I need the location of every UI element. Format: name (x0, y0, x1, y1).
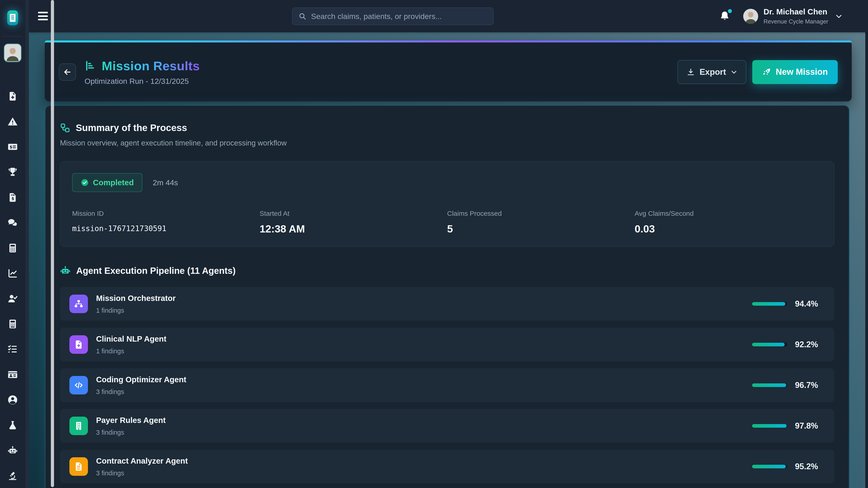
calculator-alt-icon (7, 319, 18, 329)
agent-name: Coding Optimizer Agent (96, 375, 186, 384)
agent-icon-tile (69, 417, 88, 435)
back-button[interactable] (59, 64, 76, 80)
agent-name: Payer Rules Agent (96, 416, 166, 425)
agent-row-mission-orchestrator[interactable]: Mission Orchestrator 1 findings 94.4% (60, 287, 834, 321)
agent-row-coding-optimizer[interactable]: Coding Optimizer Agent 3 findings 96.7% (60, 368, 834, 402)
agent-icon-tile (69, 457, 88, 476)
code-icon (74, 380, 84, 390)
stat-avg-claims-second: Avg Claims/Second 0.03 (635, 210, 822, 235)
robot-icon (60, 265, 71, 276)
avatar-photo (743, 9, 758, 24)
stat-mission-id: Mission ID mission-1767121730591 (72, 210, 260, 235)
confidence-bar-track (752, 465, 787, 468)
arrow-left-icon (63, 68, 72, 76)
agent-name: Contract Analyzer Agent (96, 456, 188, 465)
agent-icon-tile (69, 376, 88, 394)
trophy-icon (7, 167, 18, 177)
page-subtitle: Optimization Run - 12/31/2025 (85, 77, 200, 86)
sidebar-item-ai-agents[interactable] (0, 440, 25, 461)
svg-text:$: $ (11, 196, 14, 201)
circle-user-icon (7, 395, 18, 405)
confidence-bar-track (752, 343, 787, 346)
user-check-icon (7, 293, 18, 304)
check-circle-icon (81, 178, 89, 187)
menu-toggle-button[interactable] (38, 12, 48, 20)
sidebar-item-lab[interactable] (0, 414, 25, 436)
new-mission-button[interactable]: New Mission (752, 60, 838, 84)
confidence-bar-track (752, 424, 787, 428)
user-info: Dr. Michael Chen Revenue Cycle Manager (764, 7, 828, 25)
search-icon (298, 12, 307, 20)
user-name: Dr. Michael Chen (764, 7, 828, 16)
sidebar-item-analytics[interactable] (0, 263, 25, 284)
file-medical-icon (74, 339, 84, 350)
sidebar-item-achievements[interactable] (0, 161, 25, 183)
confidence-bar-track (752, 383, 787, 387)
agent-row-contract-analyzer[interactable]: Contract Analyzer Agent 3 findings 95.2% (60, 450, 834, 484)
sidebar-item-invoices[interactable]: $ (0, 187, 25, 208)
file-medical-icon (7, 91, 18, 101)
app-logo[interactable] (7, 10, 18, 25)
user-avatar[interactable] (743, 9, 758, 24)
page-scrollbar-gutter[interactable] (865, 32, 868, 488)
calculator-icon (7, 243, 18, 253)
sidebar-item-eligibility[interactable] (0, 288, 25, 310)
sidebar-item-tasks[interactable] (0, 338, 25, 360)
sidebar-item-research[interactable] (0, 465, 25, 487)
agent-name: Mission Orchestrator (96, 294, 176, 303)
agent-findings: 3 findings (96, 469, 188, 477)
sidebar-item-calculator[interactable] (0, 237, 25, 259)
sidebar-item-id-card[interactable] (0, 364, 25, 385)
confidence-value: 96.7% (795, 381, 825, 390)
topbar: Dr. Michael Chen Revenue Cycle Manager (29, 0, 868, 32)
building-icon (74, 421, 84, 431)
sidebar-scrollbar-thumb[interactable] (51, 0, 54, 487)
agent-row-clinical-nlp[interactable]: Clinical NLP Agent 1 findings 92.2% (60, 328, 834, 361)
gradient-accent-bar (45, 40, 852, 42)
section-title: Summary of the Process (76, 123, 187, 133)
sidebar-scrollbar-track[interactable] (25, 0, 29, 488)
main-content: Mission Results Optimization Run - 12/31… (29, 32, 868, 488)
sidebar-item-messages[interactable] (0, 212, 25, 234)
notifications-button[interactable] (719, 10, 731, 23)
file-invoice-dollar-icon: $ (7, 192, 18, 203)
sidebar-item-file-medical[interactable] (0, 86, 25, 107)
list-check-icon (7, 344, 18, 355)
sidebar-item-alerts[interactable] (0, 111, 25, 132)
chevron-down-icon (731, 69, 737, 75)
sidebar-avatar[interactable] (4, 43, 22, 62)
mission-status-panel: Completed 2m 44s Mission ID mission-1767… (60, 161, 834, 247)
user-role: Revenue Cycle Manager (764, 18, 828, 25)
money-check-dollar-icon: $ (7, 142, 18, 152)
bar-chart-icon (85, 60, 96, 72)
sidebar-item-payments[interactable]: $ (0, 136, 25, 158)
sidebar-divider (2, 36, 22, 37)
sidebar-item-estimates[interactable] (0, 313, 25, 335)
sitemap-icon (74, 299, 84, 309)
agent-row-payer-rules[interactable]: Payer Rules Agent 3 findings 97.8% (60, 409, 834, 443)
download-icon (686, 68, 695, 76)
stat-claims-processed: Claims Processed 5 (447, 210, 635, 235)
status-badge: Completed (72, 173, 143, 192)
status-label: Completed (93, 178, 134, 187)
confidence-bar-track (752, 302, 787, 306)
sidebar-item-profile[interactable] (0, 389, 25, 411)
microscope-icon (7, 470, 18, 481)
confidence-value: 95.2% (795, 462, 825, 471)
confidence-value: 92.2% (795, 340, 825, 349)
confidence-bar-fill (752, 465, 786, 468)
notification-dot (727, 8, 733, 14)
chevron-down-icon[interactable] (835, 12, 843, 20)
page-title: Mission Results (102, 59, 200, 73)
export-button[interactable]: Export (677, 60, 746, 84)
svg-text:$: $ (10, 145, 12, 149)
agent-list: Mission Orchestrator 1 findings 94.4% Cl… (60, 287, 834, 488)
global-search[interactable] (292, 7, 494, 25)
pipeline-title: Agent Execution Pipeline (11 Agents) (76, 266, 236, 276)
search-input[interactable] (311, 12, 487, 21)
agent-findings: 1 findings (96, 348, 166, 355)
confidence-bar-fill (752, 383, 786, 387)
section-subtitle: Mission overview, agent execution timeli… (60, 139, 834, 147)
confidence-bar-fill (752, 424, 786, 428)
receipt-icon (9, 13, 16, 22)
